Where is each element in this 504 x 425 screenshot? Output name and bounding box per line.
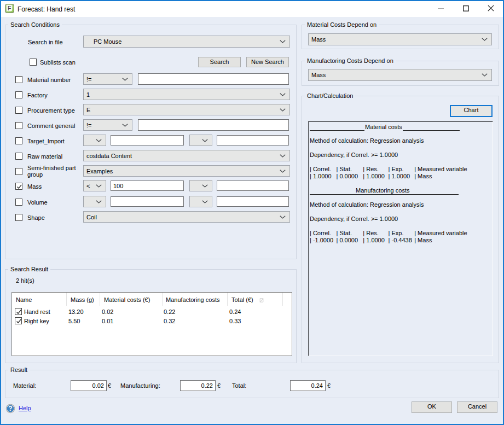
svg-text:F: F [8,5,11,11]
svg-text:?: ? [8,405,12,412]
